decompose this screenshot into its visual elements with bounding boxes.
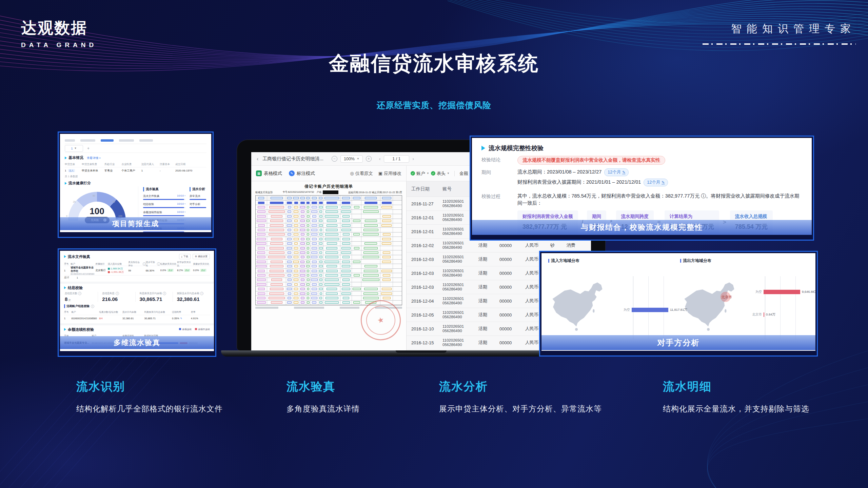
cell-chip (307, 220, 310, 222)
scan-cell (293, 250, 299, 255)
cell-date: 2016-12-01 (411, 229, 442, 234)
caption-multi-verify: 多维流水验真 (60, 336, 214, 349)
formula-label: 期间 (592, 213, 601, 220)
panel-multi-verify: 流水文件验真 ⤓下载 ⚙阈值设置 序号账户所属银行流入流出金额真实性综合评分i流… (58, 248, 216, 357)
cell-chip (319, 288, 323, 290)
zoom-in-icon[interactable]: + (366, 156, 372, 162)
cell-chip (307, 283, 310, 286)
nav-item-placeholder[interactable] (80, 139, 95, 142)
cell-chip (381, 206, 392, 208)
cell-chip (363, 210, 379, 213)
scan-cell (299, 269, 306, 273)
zoom-level-select[interactable]: 100%▼ (340, 155, 363, 163)
cell-chip (319, 206, 323, 208)
score-item[interactable]: 流水文件验真10/10 › (143, 194, 185, 200)
scan-cell (323, 260, 340, 264)
apply-changes-button[interactable]: ▣应用修改 (378, 170, 401, 177)
column-header: 流入流出金额 (108, 262, 128, 266)
cell-date: 2016-12-03 (411, 257, 442, 262)
scan-cell (306, 219, 311, 223)
outflow-chart-title: 流出方地域分布 (683, 258, 711, 264)
cell-chip (271, 283, 283, 286)
score-item[interactable]: 余额连续性校验10/10 › (143, 210, 185, 216)
column-header: 活期利率 (172, 310, 191, 314)
cell-chip (271, 261, 283, 263)
cell-chip (294, 283, 298, 286)
next-page-icon[interactable]: › (413, 156, 414, 161)
cell-chip (312, 197, 317, 199)
brand-logo: 达观数据 DATA GRAND (21, 18, 97, 49)
score-item[interactable]: 结息校验10/10 › (143, 202, 185, 208)
nav-item-placeholder[interactable] (119, 139, 134, 142)
cell-account: 1102026501 056286490 (442, 338, 478, 347)
download-button[interactable]: ⤓下载 (179, 254, 191, 259)
scan-cell (352, 210, 361, 214)
scan-cell (311, 264, 319, 268)
cell-chip (382, 242, 391, 245)
scan-cell (311, 201, 319, 205)
nav-item-placeholder[interactable] (139, 139, 153, 142)
feature-description: 展示申贷主体分析、对手方分析、异常流水等 (439, 404, 602, 414)
bank-name: 北京银行 (95, 269, 108, 272)
view-original-button[interactable]: ◎仅看原文 (350, 170, 373, 177)
scan-row (256, 260, 402, 264)
scan-cell (293, 210, 299, 214)
cell-chip (257, 238, 266, 240)
period-pill[interactable]: 12个月✎ (644, 179, 668, 186)
annotate-mode-button[interactable]: ✎ 标注模式 (289, 170, 315, 177)
interest-table-row[interactable]: 18106002014210085808/432,380.6130,865.71… (64, 315, 210, 322)
scan-meta: 柜城支行营业部 卡号:6222021102021474732 户名: 起始日期:… (255, 190, 402, 194)
cell-chip (364, 202, 378, 204)
scan-cell (352, 269, 361, 273)
scan-cell (267, 223, 286, 227)
column-header: 账户 (72, 310, 99, 314)
view-detail-link[interactable]: 查看详情 » (87, 156, 101, 160)
brand-tagline: 智能知识管理专家 (703, 22, 856, 45)
scan-cell (293, 264, 299, 268)
scan-cell (293, 301, 299, 305)
cell-chip (382, 256, 391, 258)
table-mode-button[interactable]: ▦ 表格模式 (256, 170, 282, 177)
period-row: 期间 流水总期间：2023/01/08 – 2023/12/2712个月✎ 财报… (481, 168, 802, 189)
basic-table-row[interactable]: 1 法人申贷主体本体零售业个体工商户1-2020-06-15T0 (65, 167, 206, 174)
cell: 0.35% ✎ (172, 317, 191, 320)
filter-account[interactable]: ✓账户▼ (411, 170, 429, 177)
zoom-out-icon[interactable]: − (332, 156, 337, 162)
back-chevron-icon[interactable]: ‹ (257, 156, 258, 162)
cell-chip (271, 197, 283, 199)
tab-item[interactable]: 1▼ (65, 145, 83, 152)
scan-cardno: 卡号:6222021102021474732 户名: (282, 190, 338, 194)
scan-cell (306, 269, 311, 273)
cell-chip (312, 288, 317, 290)
bar-row: 为空9,646.88万 (750, 290, 809, 294)
prev-page-icon[interactable]: ‹ (379, 156, 380, 161)
filter-header[interactable]: ✓表头▼ (431, 170, 450, 177)
cell-chip (342, 220, 350, 222)
cell-serial: 00000 (499, 257, 525, 262)
scan-cell (352, 282, 361, 286)
analysis-item[interactable]: 异常流水 (190, 194, 206, 200)
page-indicator[interactable]: 1 / 1 (384, 155, 409, 163)
settings-button[interactable]: ⚙阈值设置 (193, 254, 210, 259)
bar (632, 308, 668, 312)
column-header: 流水可靠性i (146, 261, 160, 267)
add-tab-button[interactable]: + (87, 146, 90, 151)
nav-item-placeholder[interactable] (101, 139, 114, 142)
scan-cell (286, 205, 293, 209)
scan-cell (299, 210, 306, 214)
column-header: 摘要缺失百分比 (193, 262, 210, 266)
cell-account: 1102026501 056286490 (442, 297, 478, 305)
nav-item-placeholder[interactable] (65, 139, 75, 142)
reliability: 66.30% (146, 269, 160, 272)
analysis-item-label: 异常流水 (190, 194, 206, 198)
scan-cell (361, 260, 380, 264)
transaction-row[interactable]: 2016-12-021102026501 056286490活期00000人民币… (407, 239, 591, 252)
scan-cell (352, 201, 361, 205)
column-header: 结息缺失百分比 (160, 262, 177, 266)
cell-chip (311, 229, 317, 231)
apply-changes-label: 应用修改 (384, 170, 401, 177)
interest-table-header: 序号账户结息次数/应结次数流水日均余额利息推算日均总余额活期利率差率 (64, 310, 210, 315)
scan-cell (286, 250, 293, 255)
period-pill[interactable]: 12个月✎ (604, 168, 629, 176)
analysis-item[interactable]: 对手分析 (190, 202, 206, 208)
